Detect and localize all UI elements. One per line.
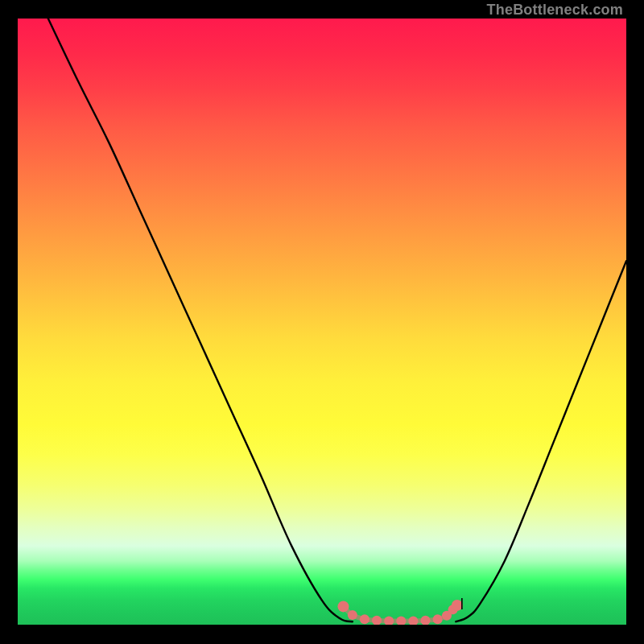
- valley-marker: [337, 601, 349, 612]
- valley-marker: [348, 610, 357, 620]
- valley-marker: [360, 614, 369, 624]
- valley-marker: [372, 616, 382, 625]
- valley-marker: [384, 616, 394, 625]
- valley-marker: [396, 616, 406, 625]
- valley-marker: [433, 614, 443, 624]
- attribution-text: TheBottleneck.com: [487, 2, 623, 19]
- valley-marker: [421, 616, 431, 625]
- curve-layer: [18, 19, 626, 625]
- valley-marker: [452, 600, 463, 611]
- valley-marker: [408, 616, 418, 625]
- chart-frame: TheBottleneck.com: [0, 0, 644, 644]
- curve-left-curve: [48, 19, 353, 621]
- curve-right-curve: [456, 261, 626, 621]
- plot-area: [18, 19, 626, 625]
